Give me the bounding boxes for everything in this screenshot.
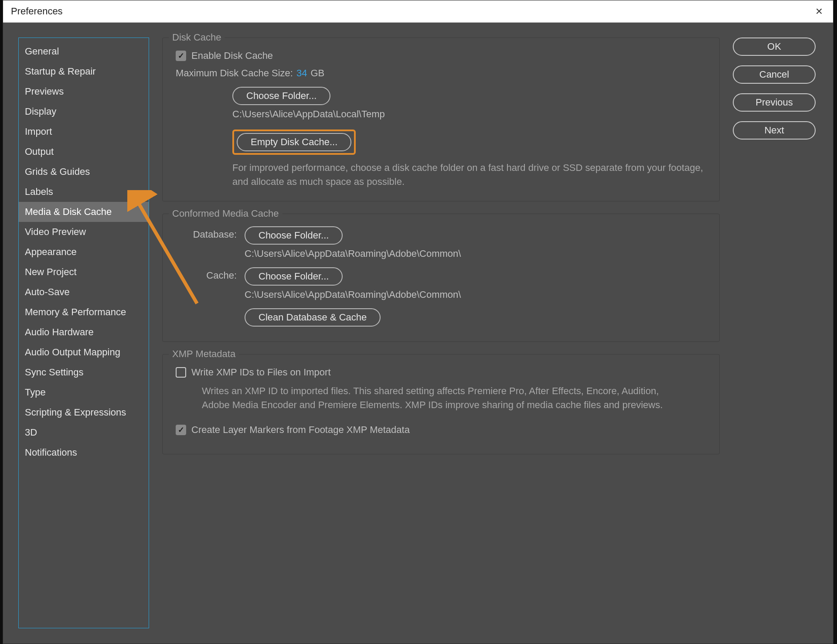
clean-db-cache-button[interactable]: Clean Database & Cache bbox=[245, 308, 381, 327]
layer-markers-label: Create Layer Markers from Footage XMP Me… bbox=[191, 424, 410, 436]
next-button[interactable]: Next bbox=[733, 121, 816, 140]
xmp-legend: XMP Metadata bbox=[169, 348, 239, 360]
sidebar-item-3d[interactable]: 3D bbox=[19, 423, 149, 443]
choose-folder-button[interactable]: Choose Folder... bbox=[232, 87, 330, 105]
window-body: GeneralStartup & RepairPreviewsDisplayIm… bbox=[3, 22, 833, 644]
sidebar-item-startup-repair[interactable]: Startup & Repair bbox=[19, 61, 149, 82]
sidebar-item-audio-output-mapping[interactable]: Audio Output Mapping bbox=[19, 342, 149, 362]
conformed-legend: Conformed Media Cache bbox=[169, 208, 282, 219]
sidebar-item-video-preview[interactable]: Video Preview bbox=[19, 222, 149, 242]
preferences-window: Preferences × GeneralStartup & RepairPre… bbox=[3, 0, 834, 644]
xmp-metadata-group: XMP Metadata Write XMP IDs to Files on I… bbox=[162, 354, 720, 454]
disk-cache-group: Disk Cache Enable Disk Cache Maximum Dis… bbox=[162, 37, 720, 201]
max-size-label: Maximum Disk Cache Size: bbox=[176, 68, 293, 79]
sidebar-item-audio-hardware[interactable]: Audio Hardware bbox=[19, 322, 149, 342]
sidebar-item-import[interactable]: Import bbox=[19, 122, 149, 142]
empty-disk-cache-button[interactable]: Empty Disk Cache... bbox=[237, 133, 351, 151]
sidebar-item-previews[interactable]: Previews bbox=[19, 82, 149, 102]
database-path: C:\Users\Alice\AppData\Roaming\Adobe\Com… bbox=[245, 248, 706, 259]
layer-markers-checkbox[interactable] bbox=[176, 425, 186, 435]
sidebar-item-scripting-expressions[interactable]: Scripting & Expressions bbox=[19, 402, 149, 423]
sidebar-item-notifications[interactable]: Notifications bbox=[19, 443, 149, 463]
sidebar-item-type[interactable]: Type bbox=[19, 382, 149, 402]
ok-button[interactable]: OK bbox=[733, 37, 816, 56]
dialog-buttons: OK Cancel Previous Next bbox=[733, 37, 816, 644]
disk-cache-legend: Disk Cache bbox=[169, 32, 225, 43]
database-label: Database: bbox=[176, 226, 245, 240]
max-size-value[interactable]: 34 bbox=[296, 68, 307, 79]
sidebar-item-output[interactable]: Output bbox=[19, 142, 149, 162]
main-panel: Disk Cache Enable Disk Cache Maximum Dis… bbox=[162, 37, 720, 628]
sidebar-item-general[interactable]: General bbox=[19, 41, 149, 61]
database-choose-folder-button[interactable]: Choose Folder... bbox=[245, 226, 343, 245]
sidebar-item-sync-settings[interactable]: Sync Settings bbox=[19, 362, 149, 382]
cache-label: Cache: bbox=[176, 267, 245, 281]
cache-choose-folder-button[interactable]: Choose Folder... bbox=[245, 267, 343, 286]
sidebar-item-new-project[interactable]: New Project bbox=[19, 262, 149, 282]
window-title: Preferences bbox=[11, 6, 63, 17]
sidebar-item-memory-performance[interactable]: Memory & Performance bbox=[19, 302, 149, 322]
sidebar-item-grids-guides[interactable]: Grids & Guides bbox=[19, 162, 149, 182]
disk-cache-path: C:\Users\Alice\AppData\Local\Temp bbox=[232, 109, 706, 120]
sidebar-item-appearance[interactable]: Appearance bbox=[19, 242, 149, 262]
titlebar: Preferences × bbox=[3, 0, 833, 23]
sidebar: GeneralStartup & RepairPreviewsDisplayIm… bbox=[18, 37, 149, 628]
sidebar-item-display[interactable]: Display bbox=[19, 102, 149, 122]
enable-disk-cache-label: Enable Disk Cache bbox=[191, 50, 273, 61]
cache-path: C:\Users\Alice\AppData\Roaming\Adobe\Com… bbox=[245, 289, 706, 300]
write-xmp-checkbox[interactable] bbox=[176, 367, 186, 378]
sidebar-item-auto-save[interactable]: Auto-Save bbox=[19, 282, 149, 302]
cancel-button[interactable]: Cancel bbox=[733, 65, 816, 84]
conformed-cache-group: Conformed Media Cache Database: Choose F… bbox=[162, 214, 720, 342]
disk-cache-hint: For improved performance, choose a disk … bbox=[232, 161, 703, 189]
sidebar-item-media-disk-cache[interactable]: Media & Disk Cache bbox=[19, 202, 149, 222]
max-size-unit: GB bbox=[310, 68, 324, 79]
previous-button[interactable]: Previous bbox=[733, 93, 816, 112]
write-xmp-label: Write XMP IDs to Files on Import bbox=[191, 367, 331, 378]
close-icon[interactable]: × bbox=[811, 3, 827, 19]
empty-disk-cache-highlight: Empty Disk Cache... bbox=[232, 129, 356, 155]
enable-disk-cache-checkbox[interactable] bbox=[176, 51, 186, 61]
write-xmp-hint: Writes an XMP ID to imported files. This… bbox=[202, 384, 673, 412]
sidebar-item-labels[interactable]: Labels bbox=[19, 182, 149, 202]
